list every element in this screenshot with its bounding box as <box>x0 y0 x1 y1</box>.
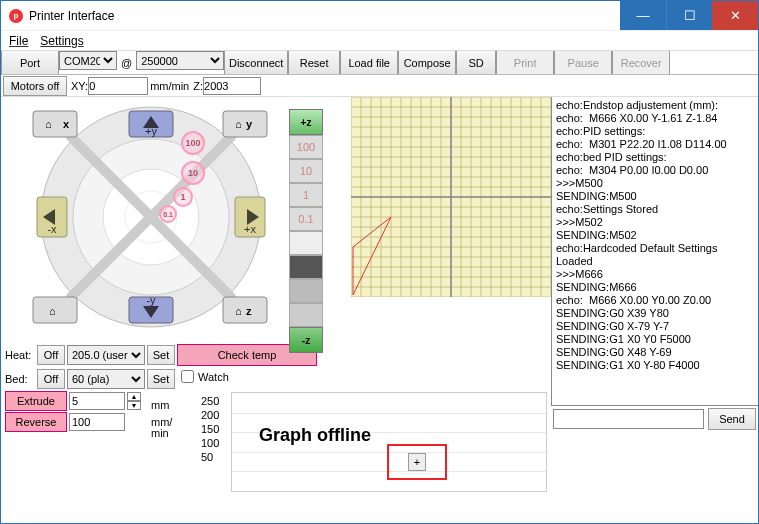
svg-text:y: y <box>246 118 253 130</box>
svg-rect-26 <box>223 297 267 323</box>
jog-dial[interactable]: +y -y -x +x ⌂x ⌂y ⌂ ⌂z <box>1 97 291 342</box>
z-step-sep <box>289 231 323 255</box>
svg-text:⌂: ⌂ <box>235 305 242 317</box>
recover-button[interactable]: Recover <box>612 51 670 74</box>
command-input[interactable] <box>553 409 704 429</box>
xy-label: XY: <box>71 80 88 92</box>
minus-z-button[interactable]: -z <box>289 327 323 353</box>
svg-text:-y: -y <box>146 294 156 306</box>
at-label: @ <box>117 51 136 74</box>
svg-text:⌂: ⌂ <box>235 118 242 130</box>
menu-settings[interactable]: Settings <box>40 34 83 48</box>
mmmin-label: mm/min <box>150 80 189 92</box>
z-label: Z: <box>193 80 203 92</box>
port-select[interactable]: COM20 <box>59 51 117 70</box>
maximize-button[interactable]: ☐ <box>666 1 712 30</box>
disconnect-button[interactable]: Disconnect <box>224 51 288 74</box>
minimize-button[interactable]: — <box>620 1 666 30</box>
xy-input[interactable] <box>88 77 148 95</box>
heat-off-button[interactable]: Off <box>37 345 65 365</box>
status-row: Motors off XY: mm/min Z: <box>1 75 758 97</box>
highlighted-add-box: + <box>387 444 447 480</box>
window-title: Printer Interface <box>29 9 620 23</box>
step-1[interactable]: 1 <box>173 187 193 207</box>
z-step-g1[interactable] <box>289 279 323 303</box>
plus-x-button[interactable]: +x <box>235 197 265 237</box>
toolbar: Port COM20 @ 250000 Disconnect Reset Loa… <box>1 51 758 75</box>
extrude-input[interactable] <box>69 392 125 410</box>
bed-label: Bed: <box>5 373 35 385</box>
port-button[interactable]: Port <box>1 51 59 74</box>
graph-offline-text: Graph offline <box>259 425 371 446</box>
console-output: echo:Endstop adjustement (mm): echo: M66… <box>551 97 758 406</box>
motors-off-button[interactable]: Motors off <box>3 76 67 96</box>
z-step-g2[interactable] <box>289 303 323 327</box>
jog-panel: +y -y -x +x ⌂x ⌂y ⌂ ⌂z 100 10 1 0.1 +z <box>1 97 351 342</box>
svg-rect-18 <box>33 111 77 137</box>
z-step-01[interactable]: 0.1 <box>289 207 323 231</box>
step-01[interactable]: 0.1 <box>159 205 177 223</box>
mm-label: mm <box>151 399 185 417</box>
app-icon: p <box>9 9 23 23</box>
menu-file[interactable]: File <box>9 34 28 48</box>
pause-button[interactable]: Pause <box>554 51 612 74</box>
z-step-100[interactable]: 100 <box>289 135 323 159</box>
reset-button[interactable]: Reset <box>288 51 340 74</box>
home-x-button[interactable]: ⌂x <box>33 111 77 137</box>
plus-z-button[interactable]: +z <box>289 109 323 135</box>
home-y-button[interactable]: ⌂y <box>223 111 267 137</box>
loadfile-button[interactable]: Load file <box>340 51 398 74</box>
baud-select[interactable]: 250000 <box>136 51 224 70</box>
mmmin-label2: mm/ min <box>151 417 185 435</box>
step-100[interactable]: 100 <box>181 131 205 155</box>
titlebar: p Printer Interface — ☐ ✕ <box>1 1 758 31</box>
minus-y-button[interactable]: -y <box>129 294 173 323</box>
graph-axis: 250 200 150 100 50 <box>201 394 219 464</box>
heat-temp-select[interactable]: 205.0 (user) <box>67 345 145 365</box>
step-10[interactable]: 10 <box>181 161 205 185</box>
heat-set-button[interactable]: Set <box>147 345 175 365</box>
watch-label: Watch <box>198 371 229 383</box>
plus-y-button[interactable]: +y <box>129 111 173 137</box>
bed-off-button[interactable]: Off <box>37 369 65 389</box>
svg-rect-21 <box>223 111 267 137</box>
heat-label: Heat: <box>5 349 35 361</box>
watch-checkbox[interactable] <box>181 370 194 383</box>
z-input[interactable] <box>203 77 261 95</box>
send-button[interactable]: Send <box>708 408 756 430</box>
z-step-10[interactable]: 10 <box>289 159 323 183</box>
reverse-input[interactable] <box>69 413 125 431</box>
extrude-button[interactable]: Extrude <box>5 391 67 411</box>
compose-button[interactable]: Compose <box>398 51 456 74</box>
menu-bar: File Settings <box>1 31 758 51</box>
minus-x-button[interactable]: -x <box>37 197 67 237</box>
z-step-dark[interactable] <box>289 255 323 279</box>
z-step-1[interactable]: 1 <box>289 183 323 207</box>
bed-temp-select[interactable]: 60 (pla) <box>67 369 145 389</box>
sd-button[interactable]: SD <box>456 51 496 74</box>
svg-text:x: x <box>63 118 70 130</box>
svg-text:⌂: ⌂ <box>45 118 52 130</box>
home-all-button[interactable]: ⌂ <box>33 297 77 323</box>
svg-text:-x: -x <box>47 223 57 235</box>
home-z-button[interactable]: ⌂z <box>223 297 267 323</box>
svg-text:+x: +x <box>244 223 256 235</box>
close-button[interactable]: ✕ <box>712 1 758 30</box>
preview-grid <box>351 97 551 297</box>
svg-text:+y: +y <box>145 125 157 137</box>
svg-text:z: z <box>246 305 252 317</box>
svg-text:⌂: ⌂ <box>49 305 56 317</box>
bed-set-button[interactable]: Set <box>147 369 175 389</box>
add-button[interactable]: + <box>408 453 426 471</box>
reverse-button[interactable]: Reverse <box>5 412 67 432</box>
print-button[interactable]: Print <box>496 51 554 74</box>
